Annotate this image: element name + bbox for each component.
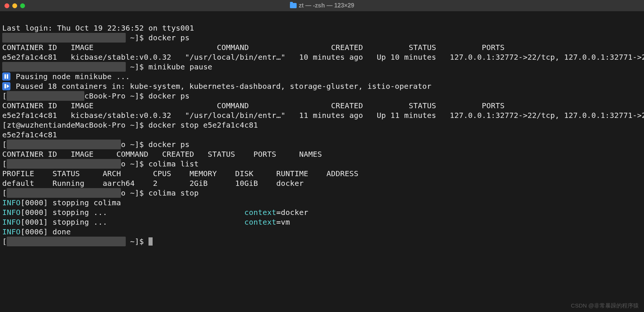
docker-stop-out: e5e2fa1c4c81: [2, 130, 57, 139]
redacted-prompt: zt@wuzhentiandeMacBook-Pr: [7, 140, 121, 149]
window-title-wrap: zt — -zsh — 123×29: [0, 2, 644, 10]
log-info: INFO: [2, 198, 21, 207]
terminal-area[interactable]: Last login: Thu Oct 19 22:36:52 on ttys0…: [0, 11, 644, 246]
log-line: [0000] stopping colima: [21, 198, 121, 207]
redacted-prompt: zt@wuzhentiandeMacBook-Pr: [7, 188, 121, 198]
prompt-full: [zt@wuzhentiandeMacBook-Pro ~]$: [2, 121, 149, 130]
docker-ps-headers-empty: CONTAINER ID IMAGE COMMAND CREATED STATU…: [2, 150, 322, 159]
titlebar: zt — -zsh — 123×29: [0, 0, 644, 11]
cmd-docker-ps: docker ps: [149, 91, 190, 100]
log-line: [0000] stopping ...: [21, 208, 244, 217]
pausing-line: Pausing node minikube ...: [11, 72, 130, 81]
log-info: INFO: [2, 208, 21, 217]
cmd-docker-ps: docker ps: [149, 140, 190, 149]
last-login: Last login: Thu Oct 19 22:36:52 on ttys0…: [2, 24, 194, 32]
log-context-key: context: [244, 208, 276, 217]
window-title: zt — -zsh — 123×29: [299, 2, 354, 10]
docker-ps-headers: CONTAINER ID IMAGE COMMAND CREATED STATU…: [2, 43, 644, 52]
docker-ps-headers: CONTAINER ID IMAGE COMMAND CREATED STATU…: [2, 101, 644, 110]
cmd-colima-list: colima list: [149, 159, 199, 168]
colima-list-headers: PROFILE STATUS ARCH CPUS MEMORY DISK RUN…: [2, 169, 359, 178]
pause-icon: [2, 72, 10, 81]
cmd-colima-stop: colima stop: [149, 188, 199, 197]
log-context-val: =vm: [276, 218, 290, 227]
docker-ps-row: e5e2fa1c4c81 kicbase/stable:v0.0.32 "/us…: [2, 53, 644, 62]
log-info: INFO: [2, 227, 21, 236]
cmd-docker-ps: docker ps: [149, 33, 190, 42]
cmd-minikube-pause: minikube pause: [149, 62, 212, 71]
folder-icon: [290, 3, 297, 8]
redacted-prompt: [zt@wuzhentiandeMacBook-Pro: [2, 62, 126, 72]
redacted-prompt: zt@wuzhentiandeMacBook-Pro: [7, 237, 125, 246]
redacted-prompt: zt@wuzhentiandeMa: [7, 91, 84, 101]
cmd-docker-stop: docker stop e5e2fa1c4c81: [149, 121, 258, 130]
log-line: [0001] stopping ...: [21, 218, 244, 227]
cursor: [149, 237, 153, 246]
play-icon: [2, 82, 10, 90]
watermark: CSDN @非常暴躁的程序猿: [571, 302, 639, 309]
log-context-key: context: [244, 218, 276, 227]
docker-ps-row: e5e2fa1c4c81 kicbase/stable:v0.0.32 "/us…: [2, 111, 644, 120]
colima-list-row: default Running aarch64 2 2GiB 10GiB doc…: [2, 179, 304, 188]
redacted-prompt: zt@wuzhentiandeMacBook-Pr: [7, 159, 121, 169]
log-line: [0006] done: [21, 227, 71, 236]
log-info: INFO: [2, 218, 21, 227]
paused-line: Paused 18 containers in: kube-system, ku…: [11, 82, 431, 91]
prompt-tail: ~]$: [126, 33, 149, 42]
log-context-val: =docker: [276, 208, 308, 217]
prompt-tail: ~]$: [126, 62, 149, 71]
redacted-prompt: [zt@wuzhentiandeMacBook-Pro: [2, 33, 126, 43]
